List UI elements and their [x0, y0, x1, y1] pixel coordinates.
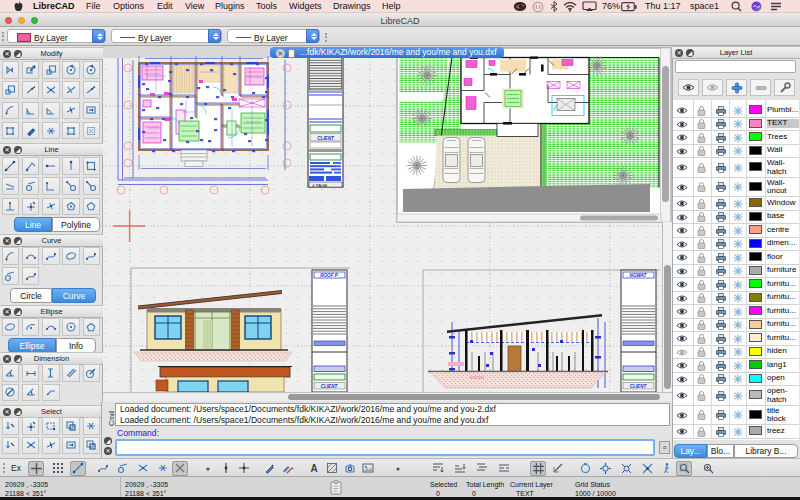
svg-text:CLIENT: CLIENT — [630, 384, 648, 389]
svg-text:NGWAT: NGWAT — [630, 273, 648, 278]
svg-text:4 PAGE: 4 PAGE — [312, 183, 328, 188]
svg-text:CLIENT: CLIENT — [317, 136, 335, 141]
svg-text:ROOF P: ROOF P — [320, 273, 339, 278]
svg-text:CLIENT: CLIENT — [321, 384, 339, 389]
